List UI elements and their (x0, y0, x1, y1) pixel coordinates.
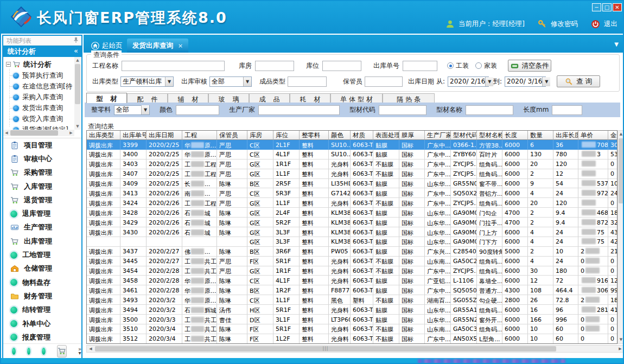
search-button[interactable]: 查 询 (557, 75, 600, 87)
date-to-picker[interactable]: 2020/ 3/16▼ (505, 76, 546, 87)
scroll-right-icon[interactable]: ▶ (68, 130, 74, 136)
sidebar-item-结转管理[interactable]: 结转管理 (3, 303, 81, 317)
sidebar-item-出库管理[interactable]: 出库管理 (3, 234, 81, 248)
sidebar-item-采购管理[interactable]: 采购管理 (3, 166, 81, 180)
column-header-膜厚[interactable]: 膜厚 (399, 131, 425, 140)
tree-item[interactable]: 收货入库查询 (5, 113, 73, 124)
table-row[interactable]: 调拨出库34072020/2/25工工程严思G区1L1F整料光身料6063-T5… (87, 169, 617, 179)
scroll-up-icon[interactable]: ▲ (618, 131, 624, 138)
sidebar-item-退货管理[interactable]: 退货管理 (3, 193, 81, 207)
material-tab-型材[interactable]: 型材 (86, 93, 127, 103)
column-header-工程[interactable]: 工程 (182, 131, 217, 140)
scroll-up-icon[interactable]: ▲ (74, 57, 81, 63)
column-header-生产厂家[interactable]: 生产厂家 (425, 131, 451, 140)
material-tab-隔热条[interactable]: 隔热条 (383, 93, 435, 103)
table-row[interactable]: 调拨出库35122020/3/4工共工程陈琳F区1L2F整料光身料6063-T5… (87, 334, 617, 344)
maximize-button[interactable]: □ (602, 3, 612, 11)
scrollbar-thumb[interactable] (10, 130, 58, 136)
column-header-库位[interactable]: 库位 (273, 131, 300, 140)
close-button[interactable]: ✕ (613, 3, 622, 11)
minimize-button[interactable]: − (592, 3, 601, 11)
table-row[interactable]: 调拨出库34292020/2/26石城陈琳G区5R2F整料KLM38176063… (87, 218, 617, 227)
column-header-库房[interactable]: 库房 (247, 131, 273, 140)
tree-expander-icon[interactable] (6, 62, 11, 67)
product-type-input[interactable] (288, 76, 327, 87)
column-header-出库长度[interactable]: 出库长度 (553, 131, 578, 140)
table-row[interactable]: 调拨出库34542020/2/28工共工程严思G区1R1F整料光身料6063-T… (87, 266, 617, 276)
table-row[interactable]: 调拨出库34132020/2/26南...严思C区5R3F整料G71422606… (87, 188, 617, 198)
table-row[interactable]: 调拨出库34242020/2/26工工程严思G区1L1F整料光身料6063-T5… (87, 198, 617, 208)
filter-input-型材名称[interactable] (466, 105, 513, 115)
table-row[interactable]: 调拨出库34092020/2/25长...陈琳B区2R5F整料LI35HD606… (87, 179, 617, 189)
sidebar-item-财务管理[interactable]: 财务管理 (3, 289, 81, 303)
column-header-材质[interactable]: 材质 (351, 131, 373, 140)
radio-work-clothes[interactable]: 工装 (447, 61, 469, 71)
sidebar-item-项目管理[interactable]: 项目管理 (3, 138, 81, 152)
column-header-保管员[interactable]: 保管员 (217, 131, 247, 140)
column-header-出库类型[interactable]: 出库类型 (87, 131, 120, 140)
sidebar-item-退库管理[interactable]: 退库管理 (3, 207, 81, 220)
tree-root[interactable]: 统计分析 (5, 59, 73, 70)
sidebar-item-审核中心[interactable]: 审核中心 (3, 152, 81, 165)
logout-link[interactable]: 退出 (604, 20, 617, 29)
filter-select-整零料[interactable]: 全部▼ (114, 105, 150, 115)
tree-item[interactable]: 发货出库查询 (5, 103, 73, 113)
scroll-right-icon[interactable]: ▶ (616, 346, 624, 352)
module-dot-icon[interactable] (42, 348, 46, 355)
column-header-整零料[interactable]: 整零料 (300, 131, 329, 140)
column-header-颜色[interactable]: 颜色 (329, 131, 351, 140)
table-row[interactable]: 调拨出库34282020/2/26石城陈琳G区2L4F整料KLM38176063… (87, 208, 617, 218)
section-header-stats[interactable]: 统计分析 « (3, 46, 81, 57)
table-row[interactable]: 调拨出库33992020/2/25华原...严思C区2L1F整料SU10...6… (87, 140, 617, 150)
column-header-表面处理[interactable]: 表面处理 (373, 131, 399, 140)
grid-vertical-scrollbar[interactable]: ▲ ▼ (617, 130, 624, 344)
tab-shipment-outbound-query[interactable]: 发货出库查询 × (127, 39, 188, 53)
project-name-input[interactable] (122, 61, 225, 71)
tree-item[interactable]: 在途信息查询[待 (5, 81, 73, 92)
table-row[interactable]: 调拨出库34032020/2/25工工程严思G区1R1F整料光身料6063-T5… (87, 159, 617, 169)
filter-input-长度mm[interactable] (552, 105, 582, 115)
material-tab-单体型材[interactable]: 单体型材 (330, 93, 383, 103)
table-row[interactable]: 调拨出库34612020/2/28华原...陈琳B区1R2F整料F8877FT6… (87, 285, 617, 295)
tree-item[interactable]: 预算执行查询 (5, 70, 73, 81)
material-tab-耗材[interactable]: 耗材 (290, 93, 330, 103)
sidebar-item-工地管理[interactable]: 工地管理 (3, 248, 81, 261)
scroll-left-icon[interactable]: ◀ (3, 130, 10, 136)
material-tab-配件[interactable]: 配件 (127, 93, 168, 103)
tree-horizontal-scrollbar[interactable]: ◀ ▶ (3, 130, 74, 136)
warehouse-input[interactable] (255, 61, 294, 71)
scrollbar-thumb[interactable] (619, 138, 623, 203)
table-row[interactable]: 调拨出库35102020/3/4工共工程陈琳F区5R1F整料光身料6063-T5… (87, 324, 617, 334)
scrollbar-thumb[interactable] (75, 64, 80, 104)
scroll-down-icon[interactable]: ▼ (74, 123, 81, 130)
filter-input-型材代码[interactable] (379, 105, 426, 115)
column-header-金[interactable]: 金 (608, 131, 617, 140)
overflow-chevron-icon[interactable]: »▾ (78, 347, 81, 355)
table-row[interactable]: G区3L3F整料KLM38176063-T5贴膜国标山东华...GA90M09.… (87, 237, 617, 247)
change-password-link[interactable]: 修改密码 (551, 20, 578, 29)
cart-toolbar-button[interactable] (57, 345, 67, 357)
filter-input-颜色[interactable] (176, 105, 219, 115)
tree-item[interactable]: 采购入库查询 (5, 92, 73, 103)
table-row[interactable]: 调拨出库34452020/2/27工共工程严思F区5R1F整料光身料6063-T… (87, 257, 617, 266)
table-row[interactable]: 调拨出库34002020/2/25华原...严思C区4L1F整料SU10...6… (87, 150, 617, 159)
clear-conditions-button[interactable]: 清空条件 (508, 60, 551, 72)
sidebar-item-生产管理[interactable]: 生产管理 (3, 221, 81, 234)
column-header-型材代码[interactable]: 型材代码 (451, 131, 477, 140)
tab-close-icon[interactable]: × (178, 42, 183, 49)
table-row[interactable]: 调拨出库35002020/3/3工共工程曹佳D区3L1F整料LT3P606063… (87, 315, 617, 324)
tab-overflow-icon[interactable]: ▼ (614, 41, 619, 47)
table-row[interactable]: 调拨出库34582020/2/28华原...陈琳C区4L1F整料光身料6063-… (87, 276, 617, 285)
table-row[interactable]: 调拨出库34372020/2/27佛...陈琳B区3R6F整料PW056063-… (87, 247, 617, 257)
grid-horizontal-scrollbar[interactable]: ◀ ||| ▶ (86, 345, 624, 353)
out-type-select[interactable]: 生产领料出库▼ (120, 76, 174, 87)
column-header-型材名称[interactable]: 型材名称 (477, 131, 502, 140)
material-tab-成品[interactable]: 成品 (249, 93, 290, 103)
sidebar-item-入库管理[interactable]: 入库管理 (3, 180, 81, 193)
module-dot-icon[interactable] (12, 348, 16, 355)
keeper-input[interactable] (365, 76, 403, 87)
scroll-down-icon[interactable]: ▼ (618, 336, 624, 343)
sidebar-item-补单中心[interactable]: 补单中心 (3, 317, 81, 330)
table-row[interactable]: 调拨出库34932020/3/2华原...陈琳C区1L1F整料黑色塑料不贴膜国标… (87, 295, 617, 305)
radio-home-decor[interactable]: 家装 (475, 61, 497, 71)
